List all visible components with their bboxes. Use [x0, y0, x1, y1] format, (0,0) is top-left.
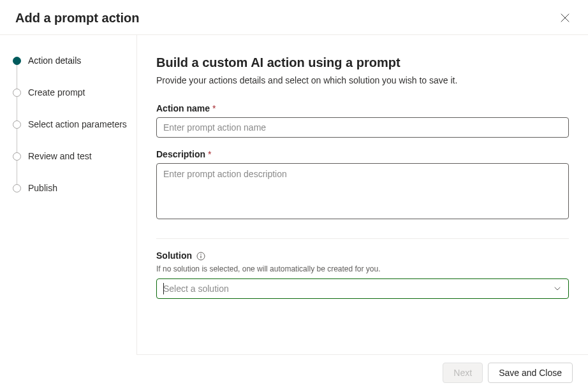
- solution-helper: If no solution is selected, one will aut…: [156, 264, 569, 273]
- step-label: Action details: [28, 55, 81, 66]
- svg-point-1: [200, 254, 202, 255]
- save-and-close-button[interactable]: Save and Close: [488, 363, 573, 383]
- next-button[interactable]: Next: [443, 363, 483, 383]
- step-label: Select action parameters: [28, 119, 127, 129]
- step-marker-icon: [13, 57, 21, 65]
- required-indicator: *: [208, 149, 211, 159]
- description-label: Description *: [156, 149, 569, 159]
- main-content: Build a custom AI action using a prompt …: [137, 35, 588, 355]
- close-button[interactable]: [557, 10, 573, 25]
- step-label: Review and test: [28, 151, 92, 161]
- info-icon[interactable]: [196, 252, 205, 261]
- step-item[interactable]: Review and test: [13, 151, 136, 183]
- page-subtitle: Provide your actions details and select …: [156, 75, 569, 85]
- chevron-down-icon: [553, 284, 562, 293]
- step-marker-icon: [13, 89, 21, 97]
- action-name-input[interactable]: [156, 117, 569, 138]
- solution-label: Solution: [156, 250, 569, 261]
- text-cursor: [163, 283, 164, 294]
- step-label: Create prompt: [28, 87, 85, 98]
- step-marker-icon: [13, 120, 21, 129]
- footer: Next Save and Close: [137, 354, 588, 390]
- dialog-title: Add a prompt action: [15, 11, 139, 25]
- step-marker-icon: [13, 152, 21, 161]
- step-item[interactable]: Publish: [13, 183, 136, 193]
- step-item[interactable]: Select action parameters: [13, 119, 136, 151]
- step-marker-icon: [13, 184, 21, 192]
- steps-sidebar: Action detailsCreate promptSelect action…: [0, 35, 137, 355]
- action-name-label: Action name *: [156, 103, 569, 113]
- required-indicator: *: [212, 103, 216, 113]
- description-textarea[interactable]: [156, 163, 569, 219]
- svg-rect-2: [200, 256, 201, 258]
- step-item[interactable]: Create prompt: [13, 87, 136, 119]
- solution-placeholder: Select a solution: [163, 284, 553, 294]
- step-item[interactable]: Action details: [13, 55, 136, 87]
- close-icon: [560, 13, 570, 23]
- solution-select[interactable]: Select a solution: [156, 278, 569, 299]
- step-label: Publish: [28, 183, 57, 193]
- section-divider: [156, 238, 569, 239]
- page-title: Build a custom AI action using a prompt: [156, 55, 569, 70]
